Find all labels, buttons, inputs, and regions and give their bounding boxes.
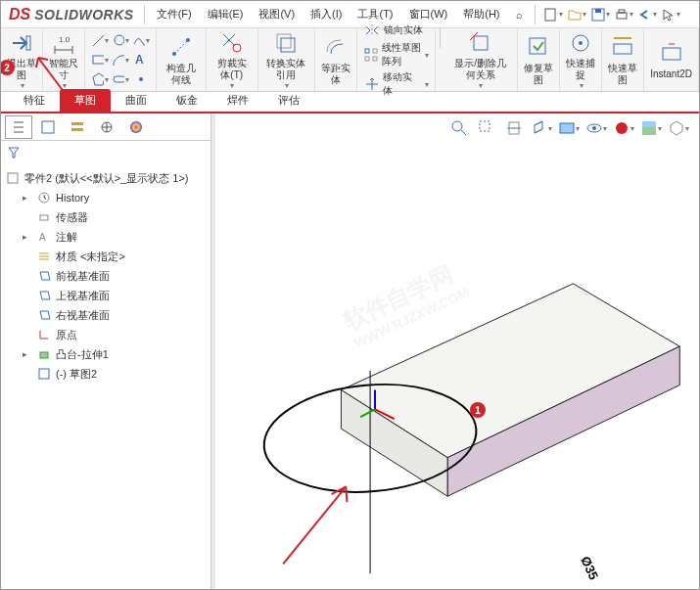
new-button[interactable]: ▾ — [543, 5, 563, 24]
tab-evaluate[interactable]: 评估 — [263, 89, 314, 112]
menu-search-icon[interactable]: ⌕ — [508, 6, 531, 23]
graphics-viewport[interactable]: ▾ ▾ ▾ ▾ ▾ ▾ 软件自学网 WWW.RJZXW.COM — [215, 113, 699, 589]
rapid-label: 快速草图 — [608, 63, 637, 86]
svg-rect-0 — [545, 9, 555, 21]
save-button[interactable]: ▾ — [590, 5, 610, 24]
tree-sensors[interactable]: 传感器 — [5, 207, 207, 227]
tree-tab-feature[interactable] — [5, 115, 32, 139]
svg-rect-39 — [480, 121, 490, 131]
convert-icon — [272, 30, 300, 56]
tree-sensors-label: 传感器 — [56, 210, 88, 225]
plane-icon — [36, 268, 52, 284]
trim-icon — [218, 30, 246, 56]
scene-icon[interactable]: ▾ — [640, 117, 662, 139]
expander-icon[interactable]: ▸ — [23, 349, 32, 359]
offset-button[interactable]: 等距实体 — [315, 28, 357, 91]
polygon-tool[interactable]: ▾ — [91, 70, 109, 88]
section-icon[interactable] — [503, 117, 525, 139]
display-style-icon[interactable]: ▾ — [558, 117, 580, 139]
svg-rect-2 — [595, 9, 601, 13]
print-button[interactable]: ▾ — [614, 5, 633, 24]
select-button[interactable]: ▾ — [661, 5, 680, 24]
sketch-icon — [36, 366, 52, 382]
open-button[interactable]: ▾ — [567, 5, 586, 24]
tree-extrude[interactable]: ▸凸台-拉伸1 — [5, 344, 207, 364]
svg-point-24 — [579, 41, 583, 45]
tree-tab-display[interactable] — [122, 115, 150, 139]
relations-icon — [467, 30, 494, 56]
quicksnap-button[interactable]: 快速捕捉 ▾ — [560, 28, 602, 91]
rapid-icon — [609, 33, 636, 61]
exit-sketch-button[interactable]: 2 退出草图 ▾ — [1, 28, 43, 91]
construction-icon — [167, 33, 195, 61]
tree-front-plane[interactable]: 前视基准面 — [5, 266, 207, 286]
view-toolbar: ▾ ▾ ▾ ▾ ▾ ▾ — [448, 117, 689, 139]
svg-rect-41 — [560, 123, 574, 133]
expander-icon[interactable]: ▸ — [23, 193, 32, 203]
tree-tab-dimxpert[interactable] — [93, 115, 120, 139]
tree-tab-config[interactable] — [64, 115, 91, 139]
app-logo: DS SOLIDWORKS — [3, 6, 140, 23]
spline-tool[interactable]: ▾ — [132, 31, 150, 49]
rect-tool[interactable]: ▾ — [91, 51, 109, 68]
tree-top-plane[interactable]: 上视基准面 — [5, 286, 207, 305]
undo-button[interactable]: ▾ — [637, 5, 657, 24]
feature-manager-pane: 零件2 (默认<<默认>_显示状态 1>) ▸History 传感器 ▸A注解 … — [1, 113, 211, 589]
tab-surfaces[interactable]: 曲面 — [111, 89, 162, 112]
tree-sketch2[interactable]: (-) 草图2 — [5, 364, 207, 384]
tree-front-label: 前视基准面 — [56, 269, 110, 284]
orient-icon[interactable]: ▾ — [531, 117, 552, 139]
arc-tool[interactable]: ▾ — [112, 51, 129, 68]
mirror-button[interactable]: 镜向实体 — [363, 22, 423, 39]
tree-root[interactable]: 零件2 (默认<<默认>_显示状态 1>) — [5, 168, 207, 188]
instant2d-label: Instant2D — [650, 68, 692, 80]
slot-tool[interactable]: ▾ — [112, 70, 129, 88]
repair-button[interactable]: 修复草图 — [518, 28, 560, 91]
rapid-sketch-button[interactable]: 快速草图 — [602, 28, 644, 91]
appearance-icon[interactable]: ▾ — [613, 117, 634, 139]
pattern-icon — [363, 46, 379, 64]
tab-weldments[interactable]: 焊件 — [212, 89, 263, 112]
tree-history[interactable]: ▸History — [5, 188, 207, 207]
zoom-area-icon[interactable] — [476, 117, 497, 139]
point-tool[interactable] — [132, 70, 150, 88]
zoom-fit-icon[interactable] — [448, 117, 470, 139]
tree-tab-property[interactable] — [34, 115, 62, 139]
tree-right-plane[interactable]: 右视基准面 — [5, 305, 207, 325]
filter-icon[interactable] — [7, 146, 21, 159]
view-settings-icon[interactable]: ▾ — [668, 117, 689, 139]
move-button[interactable]: 移动实体▾ — [363, 70, 429, 98]
svg-rect-36 — [40, 352, 48, 358]
svg-point-13 — [186, 38, 190, 42]
tree-origin[interactable]: 原点 — [5, 325, 207, 344]
repair-label: 修复草图 — [524, 63, 553, 86]
instant2d-button[interactable]: Instant2D — [644, 28, 699, 91]
menu-view[interactable]: 视图(V) — [251, 4, 303, 24]
line-tool[interactable]: ▾ — [91, 31, 109, 49]
menu-help[interactable]: 帮助(H) — [455, 4, 507, 24]
menu-file[interactable]: 文件(F) — [149, 4, 200, 24]
text-tool[interactable]: A — [132, 51, 150, 68]
tree-material-label: 材质 <未指定> — [56, 250, 125, 264]
repair-icon — [525, 33, 552, 61]
menu-edit[interactable]: 编辑(E) — [200, 4, 252, 24]
circle-tool[interactable]: ▾ — [112, 31, 129, 49]
construction-button[interactable]: 构造几何线 — [157, 28, 207, 91]
menu-insert[interactable]: 插入(I) — [303, 4, 350, 24]
tree-material[interactable]: 材质 <未指定> — [5, 247, 207, 266]
tree-history-label: History — [56, 192, 89, 204]
tree-origin-label: 原点 — [56, 328, 77, 342]
svg-rect-18 — [373, 49, 377, 53]
command-manager-tabs: 特征 草图 曲面 钣金 焊件 评估 — [1, 92, 699, 113]
tab-sheetmetal[interactable]: 钣金 — [162, 89, 212, 112]
svg-point-44 — [616, 122, 628, 134]
tree-annotations[interactable]: ▸A注解 — [5, 227, 207, 247]
convert-button[interactable]: 转换实体引用 ▾ — [258, 28, 315, 91]
expander-icon[interactable]: ▸ — [23, 232, 32, 242]
hide-show-icon[interactable]: ▾ — [585, 117, 607, 139]
offset-label: 等距实体 — [321, 63, 350, 86]
display-relations-button[interactable]: 显示/删除几何关系 ▾ — [444, 28, 518, 91]
pattern-button[interactable]: 线性草图阵列▾ — [363, 41, 429, 68]
svg-rect-34 — [40, 215, 48, 220]
trim-button[interactable]: 剪裁实体(T) ▾ — [207, 28, 258, 91]
